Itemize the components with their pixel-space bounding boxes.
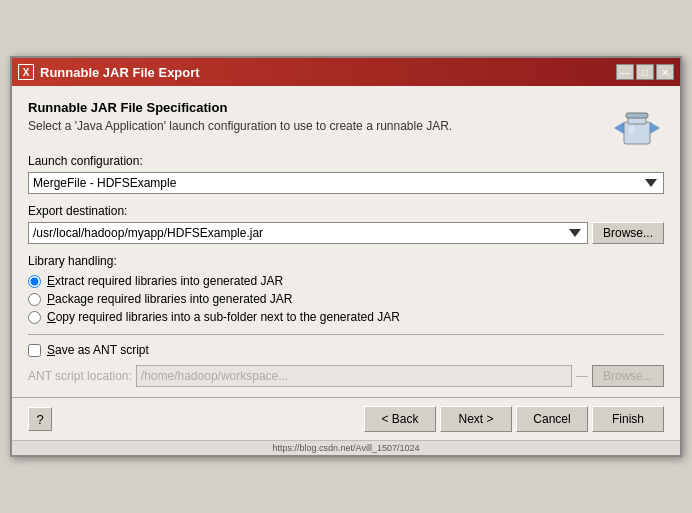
save-ant-label[interactable]: Save as ANT script (47, 343, 149, 357)
ant-script-row: ANT script location: — Browse... (28, 365, 664, 387)
export-browse-button[interactable]: Browse... (592, 222, 664, 244)
radio-copy: Copy required libraries into a sub-folde… (28, 310, 664, 324)
divider-1 (28, 334, 664, 335)
library-handling-label: Library handling: (28, 254, 664, 268)
maximize-button[interactable]: □ (636, 64, 654, 80)
cancel-button[interactable]: Cancel (516, 406, 588, 432)
url-bar: https://blog.csdn.net/Avill_1507/1024 (12, 440, 680, 455)
dialog-content: Runnable JAR File Specification Select a… (12, 86, 680, 387)
title-bar-buttons: — □ ✕ (616, 64, 674, 80)
ant-script-input[interactable] (136, 365, 572, 387)
export-destination-label: Export destination: (28, 204, 664, 218)
section-description: Select a 'Java Application' launch confi… (28, 119, 452, 133)
ant-dash: — (576, 369, 588, 383)
radio-copy-label[interactable]: Copy required libraries into a sub-folde… (47, 310, 400, 324)
window-icon: X (18, 64, 34, 80)
close-button[interactable]: ✕ (656, 64, 674, 80)
svg-marker-4 (650, 122, 660, 134)
minimize-button[interactable]: — (616, 64, 634, 80)
help-button[interactable]: ? (28, 407, 52, 431)
radio-package-label[interactable]: Package required libraries into generate… (47, 292, 292, 306)
svg-marker-3 (614, 122, 624, 134)
window-title: Runnable JAR File Export (40, 65, 616, 80)
radio-package: Package required libraries into generate… (28, 292, 664, 306)
launch-config-dropdown[interactable]: MergeFile - HDFSExample (28, 172, 664, 194)
dialog-window: X Runnable JAR File Export — □ ✕ Runnabl… (10, 56, 682, 457)
launch-config-row: MergeFile - HDFSExample (28, 172, 664, 194)
export-path-dropdown[interactable]: /usr/local/hadoop/myapp/HDFSExample.jar (28, 222, 588, 244)
next-button[interactable]: Next > (440, 406, 512, 432)
jar-icon (610, 100, 664, 154)
dialog-footer: ? < Back Next > Cancel Finish (12, 397, 680, 440)
title-bar: X Runnable JAR File Export — □ ✕ (12, 58, 680, 86)
back-button[interactable]: < Back (364, 406, 436, 432)
svg-rect-0 (624, 122, 650, 144)
save-ant-checkbox[interactable] (28, 344, 41, 357)
finish-button[interactable]: Finish (592, 406, 664, 432)
launch-config-label: Launch configuration: (28, 154, 664, 168)
export-destination-row: /usr/local/hadoop/myapp/HDFSExample.jar … (28, 222, 664, 244)
ant-browse-button: Browse... (592, 365, 664, 387)
radio-extract-label[interactable]: Extract required libraries into generate… (47, 274, 283, 288)
radio-copy-input[interactable] (28, 311, 41, 324)
svg-rect-2 (626, 113, 648, 118)
radio-extract-input[interactable] (28, 275, 41, 288)
radio-package-input[interactable] (28, 293, 41, 306)
save-ant-row: Save as ANT script (28, 343, 664, 357)
svg-point-5 (629, 125, 635, 135)
section-title: Runnable JAR File Specification (28, 100, 452, 115)
radio-extract: Extract required libraries into generate… (28, 274, 664, 288)
library-handling-section: Library handling: Extract required libra… (28, 254, 664, 324)
ant-script-label: ANT script location: (28, 369, 132, 383)
